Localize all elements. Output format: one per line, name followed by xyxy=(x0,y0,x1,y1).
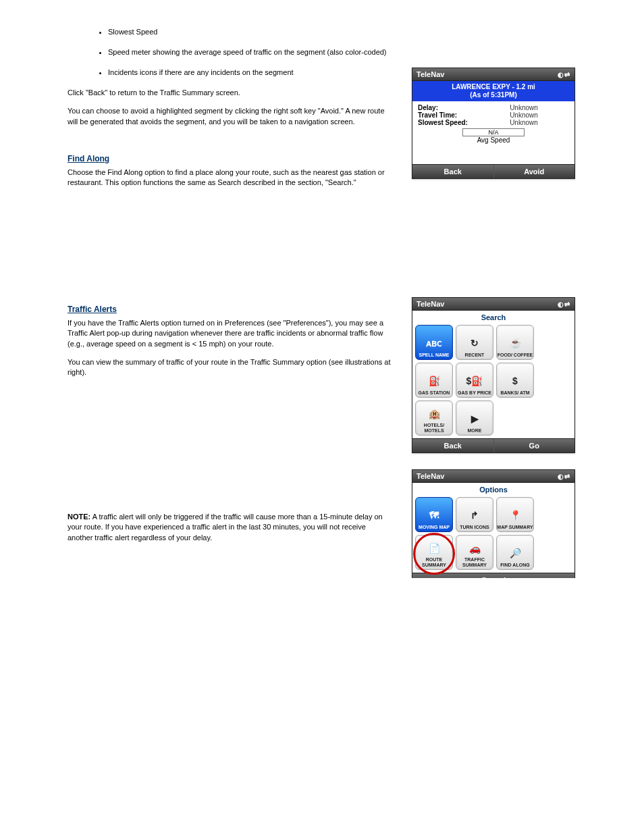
cancel-button[interactable]: Cancel xyxy=(412,573,574,578)
paragraph: If you have the Traffic Alerts option tu… xyxy=(68,318,392,349)
tile-label: FIND ALONG xyxy=(500,563,529,569)
tile-icon: ▶ xyxy=(466,412,483,427)
segment-title: LAWRENCE EXPY - 1.2 mi xyxy=(414,83,573,91)
menu-tile-moving-map[interactable]: 🗺MOVING MAP xyxy=(415,497,453,532)
menu-tile-spell-name[interactable]: ᴀʙᴄSPELL NAME xyxy=(415,325,453,360)
phone-titlebar: TeleNav ◐⇄ xyxy=(412,470,574,483)
menu-tile-turn-icons[interactable]: ↱TURN ICONS xyxy=(456,497,493,532)
tile-label: SPELL NAME xyxy=(419,353,450,359)
bullet-item: Speed meter showing the average speed of… xyxy=(108,47,392,58)
detail-value: Unknown xyxy=(479,111,569,119)
bullet-item: Incidents icons if there are any inciden… xyxy=(108,68,392,78)
paragraph: You can choose to avoid a highlighted se… xyxy=(68,106,392,127)
search-icon-grid: ᴀʙᴄSPELL NAME↻RECENT☕FOOD/ COFFEE⛽GAS ST… xyxy=(412,324,574,438)
detail-row: Slowest Speed:Unknown xyxy=(418,119,569,126)
tile-icon: ☕ xyxy=(506,336,524,351)
back-button[interactable]: Back xyxy=(412,439,494,452)
tile-label: MORE xyxy=(468,428,482,435)
tile-icon: 📍 xyxy=(506,509,524,523)
menu-tile-gas-station[interactable]: ⛽GAS STATION xyxy=(415,363,453,398)
tile-label: TRAFFIC SUMMARY xyxy=(456,557,493,569)
signal-icon: ◐⇄ xyxy=(558,71,570,78)
app-title: TeleNav xyxy=(417,472,444,480)
segment-subtitle: (As of 5:31PM) xyxy=(414,91,573,99)
detail-row: Delay:Unknown xyxy=(418,104,569,111)
tile-icon: ↱ xyxy=(466,509,483,523)
screen-header: Search xyxy=(412,311,574,324)
tile-label: BANKS/ ATM xyxy=(500,390,529,397)
tile-label: HOTELS/ MOTELS xyxy=(416,423,452,435)
tile-icon: 🏨 xyxy=(425,407,443,421)
tile-label: GAS BY PRICE xyxy=(458,390,491,397)
speed-meter: N/A xyxy=(462,128,525,136)
softkey-bar: Cancel xyxy=(412,573,574,578)
note-label: NOTE: xyxy=(68,513,90,521)
menu-tile-food-coffee[interactable]: ☕FOOD/ COFFEE xyxy=(496,325,534,360)
avg-speed-label: Avg Speed xyxy=(418,136,569,144)
signal-icon: ◐⇄ xyxy=(558,473,570,480)
text-column: Slowest Speed Speed meter showing the av… xyxy=(68,27,392,543)
softkey-bar: Back Avoid xyxy=(412,164,574,178)
tile-icon: 🗺 xyxy=(425,509,443,523)
menu-tile-recent[interactable]: ↻RECENT xyxy=(456,325,493,360)
tile-label: FOOD/ COFFEE xyxy=(498,353,533,359)
tile-label: RECENT xyxy=(465,353,485,359)
phone-screenshot-segment-detail: TeleNav ◐⇄ LAWRENCE EXPY - 1.2 mi (As of… xyxy=(412,68,575,179)
detail-label: Travel Time: xyxy=(418,111,479,119)
tile-icon: $⛽ xyxy=(466,374,483,389)
tile-label: GAS STATION xyxy=(419,390,450,397)
detail-label: Slowest Speed: xyxy=(418,119,479,126)
feature-bullets: Slowest Speed Speed meter showing the av… xyxy=(108,27,392,78)
segment-body: Delay:Unknown Travel Time:Unknown Slowes… xyxy=(412,101,574,164)
detail-value: Unknown xyxy=(479,104,569,111)
phone-titlebar: TeleNav ◐⇄ xyxy=(412,298,574,311)
menu-tile-traffic-summary[interactable]: 🚗TRAFFIC SUMMARY xyxy=(456,535,493,570)
document-page: Slowest Speed Speed meter showing the av… xyxy=(68,27,603,543)
segment-header: LAWRENCE EXPY - 1.2 mi (As of 5:31PM) xyxy=(412,81,574,101)
tile-label: MAP SUMMARY xyxy=(497,525,533,531)
tile-icon: ⛽ xyxy=(425,374,443,389)
back-button[interactable]: Back xyxy=(412,165,494,178)
avoid-button[interactable]: Avoid xyxy=(494,165,575,178)
tile-icon: $ xyxy=(506,374,524,389)
menu-tile-route-summary[interactable]: 📄ROUTE SUMMARY xyxy=(415,535,453,570)
menu-tile-more[interactable]: ▶MORE xyxy=(456,400,493,436)
detail-label: Delay: xyxy=(418,104,479,111)
menu-tile-hotels-motels[interactable]: 🏨HOTELS/ MOTELS xyxy=(415,400,453,436)
heading-traffic-alerts: Traffic Alerts xyxy=(68,305,392,314)
options-icon-grid: 🗺MOVING MAP↱TURN ICONS📍MAP SUMMARY📄ROUTE… xyxy=(412,496,574,573)
phone-screenshot-search: TeleNav ◐⇄ Search ᴀʙᴄSPELL NAME↻RECENT☕F… xyxy=(412,297,575,453)
paragraph: You can view the summary of traffic of y… xyxy=(68,357,392,378)
menu-tile-gas-by-price[interactable]: $⛽GAS BY PRICE xyxy=(456,363,493,398)
phone-titlebar: TeleNav ◐⇄ xyxy=(412,68,574,81)
tile-icon: 📄 xyxy=(425,541,443,556)
paragraph: Choose the Find Along option to find a p… xyxy=(68,167,392,188)
detail-row: Travel Time:Unknown xyxy=(418,111,569,119)
menu-tile-banks-atm[interactable]: $BANKS/ ATM xyxy=(496,363,534,398)
tile-icon: ↻ xyxy=(466,336,483,351)
menu-tile-map-summary[interactable]: 📍MAP SUMMARY xyxy=(496,497,534,532)
tile-icon: 🚗 xyxy=(466,541,483,556)
go-button[interactable]: Go xyxy=(494,439,575,452)
app-title: TeleNav xyxy=(417,70,444,78)
app-title: TeleNav xyxy=(417,300,444,308)
tile-label: ROUTE SUMMARY xyxy=(416,557,452,569)
tile-icon: ᴀʙᴄ xyxy=(425,336,443,351)
bullet-item: Slowest Speed xyxy=(108,27,392,38)
softkey-bar: Back Go xyxy=(412,438,574,452)
paragraph: Click "Back" to return to the Traffic Su… xyxy=(68,88,392,98)
menu-tile-find-along[interactable]: 🔎FIND ALONG xyxy=(496,535,534,570)
tile-label: TURN ICONS xyxy=(460,525,489,531)
tile-icon: 🔎 xyxy=(506,546,524,561)
screen-header: Options xyxy=(412,483,574,496)
note-paragraph: NOTE: A traffic alert will only be trigg… xyxy=(68,512,392,543)
phone-screenshot-options: TeleNav ◐⇄ Options 🗺MOVING MAP↱TURN ICON… xyxy=(412,469,575,578)
note-text: A traffic alert will only be triggered i… xyxy=(68,513,383,542)
tile-label: MOVING MAP xyxy=(419,525,450,531)
detail-value: Unknown xyxy=(479,119,569,126)
heading-find-along: Find Along xyxy=(68,154,392,163)
signal-icon: ◐⇄ xyxy=(558,301,570,308)
